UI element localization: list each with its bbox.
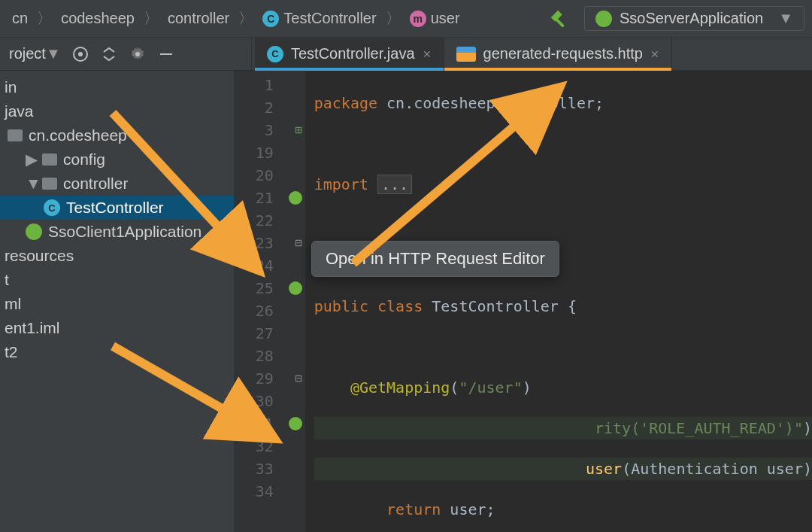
class-icon: C (44, 199, 60, 216)
code-text: cn.codesheep.controller (386, 94, 595, 112)
chevron-down-icon: ▼ (26, 175, 36, 193)
tree-row[interactable]: t2 (0, 340, 234, 364)
gutter-line[interactable]: 31 (235, 412, 305, 435)
project-label[interactable]: roject▼ (9, 45, 61, 62)
tab-testcontroller[interactable]: C TestController.java ✕ (255, 38, 444, 70)
tab-label: generated-requests.http (483, 45, 643, 62)
tree-row[interactable]: t (0, 268, 234, 292)
code-fn: user (586, 460, 622, 478)
folder-icon (42, 154, 57, 166)
gutter-line[interactable]: 26 (235, 299, 305, 322)
gutter-line[interactable]: 34 (235, 480, 305, 503)
run-config-selector[interactable]: SsoServerApplication ▼ (584, 6, 804, 31)
editor-tabs: C TestController.java ✕ generated-reques… (252, 38, 812, 70)
code-area[interactable]: package cn.codesheep.controller; import … (305, 71, 812, 532)
gutter-line[interactable]: 28 (235, 345, 305, 367)
breadcrumb-class[interactable]: C TestController (258, 8, 380, 29)
breadcrumb-sep: 〉 (37, 8, 52, 29)
fold-icon[interactable]: ⊟ (295, 367, 302, 390)
breadcrumb-codesheep[interactable]: codesheep (56, 8, 139, 29)
tree-row-ssoclient[interactable]: SsoClient1Application (0, 220, 234, 244)
tree-row[interactable]: ent1.iml (0, 316, 234, 340)
build-icon[interactable] (548, 8, 571, 30)
tree-row-package[interactable]: cn.codesheep (0, 123, 234, 147)
close-icon[interactable]: ✕ (650, 48, 659, 60)
class-file-icon: C (267, 46, 283, 62)
gutter-line[interactable]: 1 (235, 74, 305, 96)
code-str: rity('ROLE_AUTH_READ')" (595, 419, 803, 437)
tooltip-open-http-editor: Open in HTTP Request Editor (311, 241, 559, 277)
tree-row-controller[interactable]: ▼ controller (0, 172, 234, 196)
code-param: Authentication user (631, 460, 803, 478)
gutter-line[interactable]: 19 (235, 141, 305, 164)
gutter-line[interactable]: 27 (235, 322, 305, 345)
expand-all-icon[interactable] (100, 45, 118, 63)
editor[interactable]: 1 2 3⊞ 19 20 21 22 23⊟ 24 25 26 27 28 29… (235, 71, 812, 532)
gutter-line[interactable]: 23⊟ (235, 232, 305, 254)
method-icon: m (410, 11, 426, 27)
tab-label: TestController.java (291, 45, 415, 62)
code-kw: public class (314, 297, 423, 315)
gutter[interactable]: 1 2 3⊞ 19 20 21 22 23⊟ 24 25 26 27 28 29… (235, 71, 305, 532)
folded-imports[interactable]: ... (377, 175, 412, 194)
gutter-line[interactable]: 33 (235, 458, 305, 480)
gutter-line[interactable]: 21 (235, 187, 305, 209)
chevron-down-icon: ▼ (778, 10, 793, 27)
gutter-line[interactable]: 29⊟ (235, 367, 305, 390)
gutter-line[interactable]: 32 (235, 435, 305, 458)
code-kw: return (386, 500, 441, 518)
spring-boot-icon (595, 11, 612, 27)
code-type: TestController (432, 297, 559, 315)
spring-run-icon[interactable] (289, 417, 302, 430)
tooltip-text: Open in HTTP Request Editor (326, 249, 545, 268)
folder-icon (42, 178, 57, 190)
breadcrumb: cn 〉 codesheep 〉 controller 〉 C TestCont… (8, 8, 465, 29)
breadcrumb-cn[interactable]: cn (8, 8, 32, 29)
spring-run-icon[interactable] (289, 191, 302, 205)
code-str: "/user" (459, 378, 522, 397)
gutter-line[interactable]: 2 (235, 96, 305, 119)
main: in java cn.codesheep ▶ config ▼ controll… (0, 71, 812, 532)
breadcrumb-controller[interactable]: controller (163, 8, 234, 29)
breadcrumb-sep: 〉 (386, 8, 401, 29)
fold-icon[interactable]: ⊟ (295, 232, 302, 254)
gutter-line[interactable]: 30 (235, 390, 305, 412)
tree-row-testcontroller[interactable]: C TestController (0, 196, 234, 220)
gutter-line[interactable]: 20 (235, 164, 305, 187)
code-kw: import (314, 175, 368, 193)
close-icon[interactable]: ✕ (423, 48, 432, 60)
hide-icon[interactable] (157, 45, 175, 63)
gutter-line[interactable]: 24 (235, 254, 305, 277)
topbar: cn 〉 codesheep 〉 controller 〉 C TestCont… (0, 0, 812, 38)
gutter-line[interactable]: 25 (235, 277, 305, 299)
spring-boot-icon (26, 223, 42, 240)
run-config-label: SsoServerApplication (620, 10, 763, 27)
class-icon: C (262, 11, 279, 27)
code-annotation: @GetMapping (350, 378, 450, 397)
project-tool-window-header: roject▼ (0, 38, 252, 70)
gutter-line[interactable]: 22 (235, 209, 305, 232)
project-tree[interactable]: in java cn.codesheep ▶ config ▼ controll… (0, 71, 235, 532)
breadcrumb-method[interactable]: m user (405, 8, 465, 29)
tree-row[interactable]: in (0, 75, 234, 99)
svg-point-2 (78, 52, 83, 56)
folder-icon (8, 129, 23, 141)
http-api-icon (456, 47, 476, 62)
breadcrumb-sep: 〉 (144, 8, 159, 29)
tree-row[interactable]: ml (0, 292, 234, 316)
tab-generated-requests[interactable]: generated-requests.http ✕ (444, 38, 672, 70)
tree-row-config[interactable]: ▶ config (0, 147, 234, 172)
tree-row[interactable]: java (0, 99, 234, 123)
breadcrumb-sep: 〉 (238, 8, 253, 29)
code-kw: package (314, 94, 377, 112)
select-opened-file-icon[interactable] (71, 45, 89, 63)
expand-icon[interactable]: ⊞ (295, 119, 302, 141)
settings-icon[interactable] (129, 45, 147, 63)
spring-run-icon[interactable] (289, 281, 302, 295)
row2: roject▼ C TestController.java ✕ generate… (0, 38, 812, 71)
gutter-line[interactable]: 3⊞ (235, 119, 305, 141)
svg-rect-0 (556, 18, 565, 27)
svg-rect-4 (160, 53, 172, 55)
code-text: user (450, 500, 486, 518)
tree-row[interactable]: resources (0, 244, 234, 268)
